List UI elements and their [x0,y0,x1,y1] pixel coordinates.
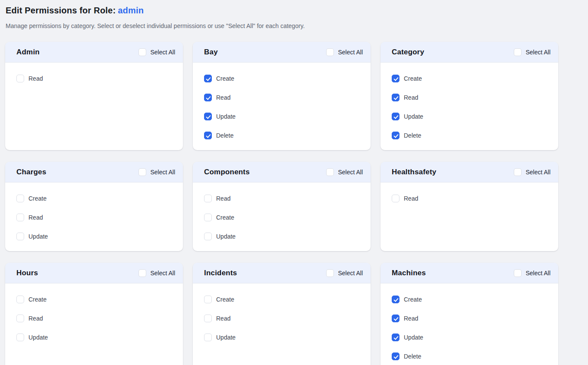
select-all-checkbox[interactable] [514,269,522,277]
permission-label: Create [216,296,234,303]
select-all-toggle[interactable]: Select All [326,48,363,56]
permission-item[interactable]: Read [204,315,359,322]
permission-item[interactable]: Update [204,113,359,120]
permission-checkbox[interactable] [204,315,212,322]
select-all-checkbox[interactable] [514,168,522,176]
permission-label: Update [216,113,236,120]
select-all-toggle[interactable]: Select All [138,269,175,277]
permission-item[interactable]: Create [392,296,547,303]
permission-item[interactable]: Update [16,334,172,341]
permission-item[interactable]: Create [392,75,547,82]
select-all-label: Select All [338,49,363,56]
select-all-toggle[interactable]: Select All [514,269,550,277]
category-card: Healthsafety Select All Read [380,162,558,251]
permission-item[interactable]: Update [392,334,547,341]
category-card: Incidents Select All Create Read Update [193,263,371,365]
permission-checkbox[interactable] [16,214,24,221]
page-header: Edit Permissions for Role:admin Manage p… [0,0,588,30]
permission-label: Delete [404,353,421,360]
permission-checkbox[interactable] [204,132,212,139]
permission-checkbox[interactable] [16,233,24,240]
select-all-toggle[interactable]: Select All [514,48,550,56]
category-title: Charges [16,168,46,176]
permission-checkbox[interactable] [204,75,212,82]
select-all-toggle[interactable]: Select All [138,48,175,56]
select-all-checkbox[interactable] [138,48,146,56]
category-title: Healthsafety [392,168,437,176]
permission-checkbox[interactable] [204,195,212,202]
category-card-header: Category Select All [380,42,558,63]
permission-checkbox[interactable] [392,195,399,202]
permission-item[interactable]: Update [16,233,172,240]
permission-checkbox[interactable] [204,334,212,341]
select-all-toggle[interactable]: Select All [514,168,550,176]
permission-checkbox[interactable] [16,195,24,202]
permission-checkbox[interactable] [16,296,24,303]
select-all-checkbox[interactable] [326,48,334,56]
select-all-checkbox[interactable] [514,48,522,56]
permission-checkbox[interactable] [16,75,24,82]
permission-label: Create [404,75,422,82]
permission-checkbox[interactable] [16,334,24,341]
permission-checkbox[interactable] [392,334,399,341]
select-all-checkbox[interactable] [326,269,334,277]
permission-item[interactable]: Create [204,75,359,82]
select-all-checkbox[interactable] [138,168,146,176]
permissions-list: Create Read Update [193,283,371,365]
permission-checkbox[interactable] [392,113,399,120]
permission-label: Delete [216,132,233,139]
permission-item[interactable]: Create [16,296,172,303]
permission-item[interactable]: Create [204,214,359,221]
permission-label: Read [404,315,418,322]
permission-checkbox[interactable] [392,75,399,82]
permission-label: Read [28,315,43,322]
select-all-label: Select All [150,270,175,277]
permission-checkbox[interactable] [392,132,399,139]
permission-label: Create [28,296,47,303]
permission-item[interactable]: Read [392,315,547,322]
permission-item[interactable]: Read [16,315,172,322]
permission-item[interactable]: Read [204,94,359,101]
permission-item[interactable]: Create [16,195,172,202]
category-title: Admin [16,48,40,57]
permission-checkbox[interactable] [392,296,399,303]
permission-item[interactable]: Read [392,195,547,202]
permission-label: Read [404,195,418,202]
permission-item[interactable]: Delete [392,352,547,360]
permission-item[interactable]: Delete [392,132,547,139]
permission-checkbox[interactable] [392,94,399,101]
select-all-toggle[interactable]: Select All [326,168,363,176]
permission-item[interactable]: Delete [204,132,359,139]
permission-checkbox[interactable] [204,233,212,240]
permission-item[interactable]: Update [204,334,359,341]
select-all-toggle[interactable]: Select All [326,269,363,277]
page-title-prefix: Edit Permissions for Role: [6,6,116,15]
permission-checkbox[interactable] [204,94,212,101]
permission-item[interactable]: Create [204,296,359,303]
permission-checkbox[interactable] [392,315,399,322]
select-all-checkbox[interactable] [326,168,334,176]
select-all-label: Select All [525,169,550,176]
permission-item[interactable]: Read [204,195,359,202]
category-title: Category [392,48,424,57]
select-all-toggle[interactable]: Select All [138,168,175,176]
permission-checkbox[interactable] [204,296,212,303]
permission-label: Create [28,195,47,202]
permission-checkbox[interactable] [392,352,399,360]
permission-item[interactable]: Read [16,75,172,82]
role-name: admin [118,6,144,15]
permission-checkbox[interactable] [16,315,24,322]
permission-item[interactable]: Update [204,233,359,240]
permission-item[interactable]: Update [392,113,547,120]
permissions-list: Read [5,63,183,150]
permission-checkbox[interactable] [204,113,212,120]
select-all-checkbox[interactable] [138,269,146,277]
page-title: Edit Permissions for Role:admin [6,5,581,16]
permissions-list: Create Read Update [5,283,183,365]
permission-item[interactable]: Read [16,214,172,221]
permission-label: Update [28,334,48,341]
permission-item[interactable]: Read [392,94,547,101]
permission-label: Read [216,94,230,101]
category-card-header: Machines Select All [380,263,558,283]
permission-checkbox[interactable] [204,214,212,221]
